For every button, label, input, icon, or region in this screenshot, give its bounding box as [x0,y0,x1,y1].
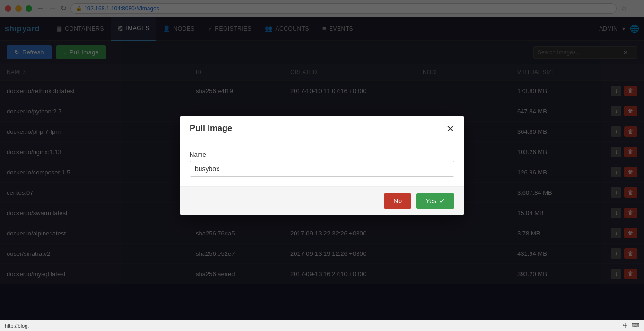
modal-yes-button[interactable]: Yes ✓ [416,193,454,209]
modal-footer: No Yes ✓ [180,186,464,215]
yes-label: Yes [426,197,436,205]
modal-overlay[interactable]: Pull Image ✕ Name No Yes ✓ [0,0,644,284]
pull-image-modal: Pull Image ✕ Name No Yes ✓ [180,116,464,215]
modal-no-button[interactable]: No [384,193,411,209]
image-name-input[interactable] [190,161,454,177]
modal-header: Pull Image ✕ [180,116,464,141]
check-icon: ✓ [439,197,445,205]
modal-body: Name [180,141,464,186]
modal-close-button[interactable]: ✕ [446,124,454,133]
name-label: Name [190,151,454,158]
modal-title: Pull Image [190,123,232,133]
